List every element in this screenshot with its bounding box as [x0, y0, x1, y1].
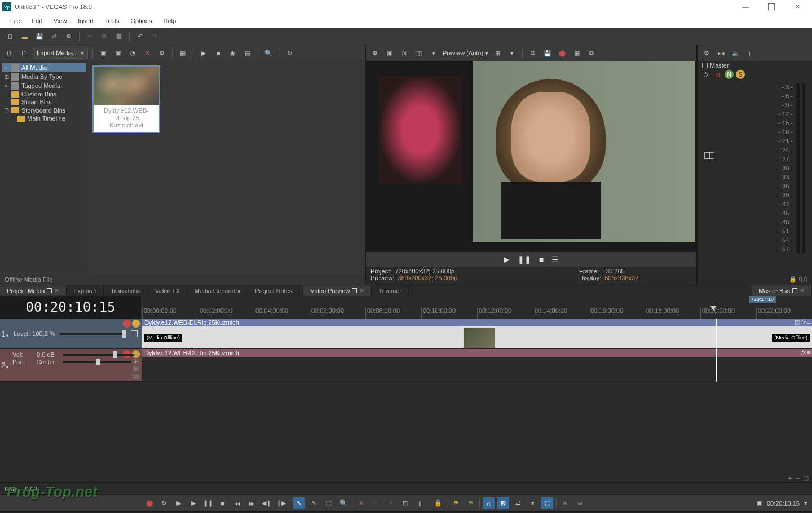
lock-icon[interactable]: 🔒: [789, 276, 797, 283]
save-snapshot-icon[interactable]: 💾: [542, 47, 553, 59]
overlays-dropdown-icon[interactable]: ▾: [506, 47, 518, 59]
go-start-icon[interactable]: ⏮: [231, 497, 243, 509]
tab-video-preview[interactable]: Video Preview✕: [303, 285, 372, 296]
zoom-fit-icon[interactable]: ◫: [802, 475, 810, 481]
lock-envelope-icon[interactable]: 🔒: [432, 497, 444, 509]
maximize-button[interactable]: [764, 1, 779, 12]
external-monitor-icon[interactable]: ▣: [384, 47, 395, 59]
timecode-display[interactable]: 00:20:10:15: [0, 296, 142, 319]
level-slider[interactable]: [60, 333, 126, 335]
tree-storyboard-bins[interactable]: ⊟Storyboard Bins: [2, 106, 86, 114]
downmix-icon[interactable]: ▸◂: [716, 47, 727, 59]
import-media-button[interactable]: Import Media... ▾: [33, 48, 88, 59]
mixer-settings-icon[interactable]: ⫼: [745, 47, 756, 59]
preview-pause-icon[interactable]: ❚❚: [518, 255, 531, 264]
audio-track-header[interactable]: 2◂ Vol: 0,0 dB Pan: Center ▾ 12243648: [0, 349, 142, 382]
preview-extra-icon[interactable]: ⧉: [586, 47, 597, 59]
cut-icon[interactable]: ✂: [84, 31, 95, 42]
menu-insert[interactable]: Insert: [72, 15, 99, 26]
tree-main-timeline[interactable]: Main Timeline: [16, 114, 86, 122]
capture-icon[interactable]: ▣: [98, 47, 109, 59]
remove-icon[interactable]: ✕: [142, 47, 153, 59]
preview-props-icon[interactable]: ⚙: [369, 47, 381, 59]
tab-trimmer[interactable]: Trimmer: [372, 285, 409, 296]
play-icon[interactable]: ▶: [187, 497, 199, 509]
loop-icon[interactable]: ↻: [158, 497, 170, 509]
record-preview-icon[interactable]: ⬤: [557, 47, 568, 59]
auto-preview-icon[interactable]: ◉: [227, 47, 239, 59]
media-refresh-icon[interactable]: 🗋: [18, 47, 29, 59]
tab-media-generator[interactable]: Media Generator: [188, 285, 249, 296]
pause-icon[interactable]: ❚❚: [202, 497, 214, 509]
master-fx-icon[interactable]: fx: [702, 70, 711, 79]
clip-crop-icon[interactable]: ◫: [795, 319, 800, 326]
audio-clip[interactable]: Dyldy.e12.WEB-DLRip.25Kuzmich fx≡: [142, 349, 812, 381]
timecode-dropdown-icon[interactable]: ▾: [804, 499, 807, 507]
playhead-marker-icon[interactable]: [710, 306, 716, 311]
delete-icon[interactable]: ✕: [355, 497, 367, 509]
split2-icon[interactable]: ⫿: [414, 497, 426, 509]
trim-adj2-icon[interactable]: ⧇: [574, 497, 586, 509]
region-icon[interactable]: ⚑: [465, 497, 476, 509]
media-list-icon[interactable]: ▤: [242, 47, 253, 59]
tree-by-type[interactable]: ⊞Media By Type: [2, 72, 86, 81]
properties-icon[interactable]: ⚙: [63, 31, 74, 42]
video-track-header[interactable]: 1◂ Level: 100,0 %: [0, 319, 142, 349]
timeline-ruler[interactable]: +23:17:10 00:00:00:0000:02:00:0000:04:00…: [142, 296, 812, 319]
audio-clip-menu-icon[interactable]: ≡: [807, 349, 811, 356]
copy-icon[interactable]: ⧉: [99, 31, 110, 42]
play-media-icon[interactable]: ▶: [198, 47, 209, 59]
media-grid[interactable]: Dyldy.e12.WEB-DLRip.25Kuzmich.avi: [88, 61, 365, 275]
mixer-props-icon[interactable]: ⚙: [701, 47, 712, 59]
undo-icon[interactable]: ↶: [134, 31, 145, 42]
split-view-icon[interactable]: [704, 152, 714, 159]
video-clip[interactable]: Dyldy.e12.WEB-DLRip.25Kuzmich ◫fx≡ (Medi…: [142, 319, 812, 348]
preview-dropdown-icon[interactable]: ▾: [428, 47, 439, 59]
vol-slider[interactable]: [63, 354, 134, 356]
tree-tagged[interactable]: ▪Tagged Media: [2, 81, 86, 90]
save-icon[interactable]: 💾: [34, 31, 45, 42]
preview-quality-dropdown[interactable]: Preview (Auto) ▾: [443, 50, 488, 57]
trim-start-icon[interactable]: ⊏: [370, 497, 382, 509]
tab-project-notes[interactable]: Project Notes: [248, 285, 299, 296]
auto-ripple-icon[interactable]: ⇄: [512, 497, 524, 509]
master-n-icon[interactable]: N: [725, 70, 734, 79]
next-frame-icon[interactable]: ❙▶: [275, 497, 287, 509]
get-media-icon[interactable]: ▣: [112, 47, 123, 59]
audio-clip-fx-icon[interactable]: fx: [801, 349, 806, 356]
split-screen-icon[interactable]: ◫: [413, 47, 425, 59]
menu-file[interactable]: File: [5, 15, 26, 26]
split-icon[interactable]: ⊟: [399, 497, 411, 509]
prev-frame-icon[interactable]: ◀❙: [261, 497, 272, 509]
video-lane[interactable]: Dyldy.e12.WEB-DLRip.25Kuzmich ◫fx≡ (Medi…: [142, 319, 812, 349]
preview-play-icon[interactable]: ▶: [504, 255, 510, 264]
scopes-icon[interactable]: ▦: [571, 47, 582, 59]
zoom-tool-icon[interactable]: 🔍: [337, 497, 349, 509]
preview-stop-icon[interactable]: ■: [539, 255, 544, 264]
menu-tools[interactable]: Tools: [99, 15, 125, 26]
selection-tool-icon[interactable]: ⬚: [323, 497, 334, 509]
tree-smart-bins[interactable]: Smart Bins: [2, 98, 86, 106]
transport-timecode[interactable]: 00:20:10:15: [767, 500, 800, 507]
track-s-icon[interactable]: [132, 320, 140, 328]
tab-project-media[interactable]: Project Media✕: [0, 285, 67, 296]
normal-edit-icon[interactable]: ↖: [293, 497, 305, 509]
search-icon[interactable]: 🔍: [263, 47, 274, 59]
marker-icon[interactable]: ⚑: [450, 497, 462, 509]
track-maximize-icon[interactable]: [131, 330, 138, 337]
media-fx-icon[interactable]: ⚙: [156, 47, 167, 59]
menu-options[interactable]: Options: [125, 15, 158, 26]
media-refresh2-icon[interactable]: ↻: [284, 47, 295, 59]
stop-media-icon[interactable]: ■: [213, 47, 224, 59]
play-start-icon[interactable]: ▶: [173, 497, 184, 509]
trim-end-icon[interactable]: ⊐: [385, 497, 396, 509]
auto-crossfade-icon[interactable]: ⬚: [541, 497, 553, 509]
paste-icon[interactable]: 📋: [113, 31, 125, 42]
media-thumbnail[interactable]: Dyldy.e12.WEB-DLRip.25Kuzmich.avi: [92, 65, 160, 133]
menu-view[interactable]: View: [48, 15, 73, 26]
redo-icon[interactable]: ↷: [149, 31, 160, 42]
menu-edit[interactable]: Edit: [26, 15, 48, 26]
stop-icon[interactable]: ■: [217, 497, 228, 509]
menu-help[interactable]: Help: [157, 15, 182, 26]
trim-adj-icon[interactable]: ⧆: [559, 497, 571, 509]
